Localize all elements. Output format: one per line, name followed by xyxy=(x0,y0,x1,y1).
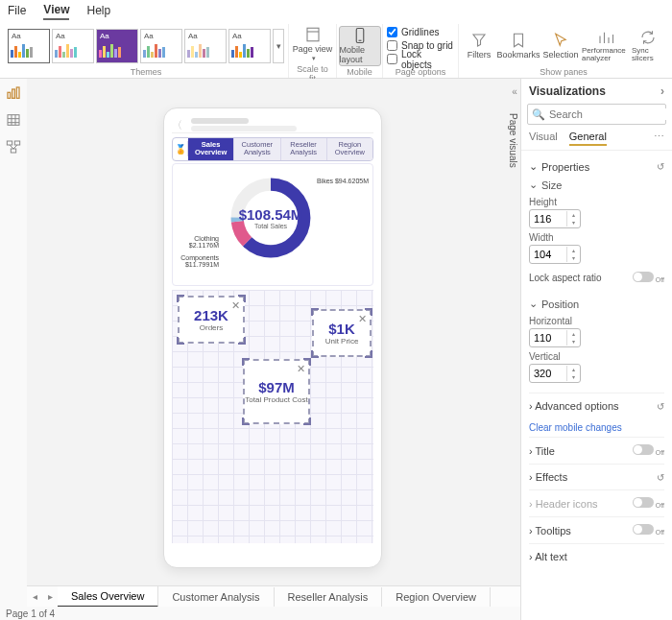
theme-swatch-4[interactable]: Aa xyxy=(140,29,182,63)
selection-button[interactable]: Selection xyxy=(541,26,580,66)
back-icon[interactable]: 〈 xyxy=(172,118,185,131)
page-tab-sales-overview[interactable]: Sales Overview xyxy=(58,586,158,608)
lock-aspect-ratio-toggle[interactable] xyxy=(633,272,654,282)
ribbon: Aa Aa Aa Aa Aa Aa ▾ Themes Page view▾ Sc… xyxy=(0,21,672,79)
chevron-down-icon: ⌄ xyxy=(529,298,538,310)
report-tab-customer-analysis[interactable]: Customer Analysis xyxy=(234,138,280,160)
subtitle-placeholder xyxy=(191,126,297,131)
report-view-icon[interactable] xyxy=(5,84,22,102)
search-input[interactable] xyxy=(549,108,672,120)
page-next-button[interactable]: ▸ xyxy=(42,591,58,602)
total-sales-donut-card[interactable]: $108.54M Total Sales Bikes $94.6205M Clo… xyxy=(172,163,373,286)
pane-tab-general[interactable]: General xyxy=(569,131,607,146)
tooltips-toggle[interactable] xyxy=(633,524,654,535)
position-section[interactable]: ⌄Position xyxy=(529,294,664,312)
size-section[interactable]: ⌄Size xyxy=(529,175,664,193)
spin-down-icon[interactable]: ▾ xyxy=(567,219,580,227)
spin-down-icon[interactable]: ▾ xyxy=(567,338,580,346)
width-input[interactable]: ▴▾ xyxy=(529,245,581,264)
clear-mobile-changes-link[interactable]: Clear mobile changes xyxy=(529,418,622,437)
total-product-cost-card[interactable]: ✕ $97M Total Product Cost xyxy=(243,359,310,424)
vertical-label: Vertical xyxy=(529,351,664,362)
search-icon: 🔍 xyxy=(532,108,545,121)
ribbon-group-mobile-label: Mobile xyxy=(347,67,372,78)
menu-file[interactable]: File xyxy=(8,2,26,19)
page-tab-region-overview[interactable]: Region Overview xyxy=(382,587,491,607)
report-tab-reseller-analysis[interactable]: Reseller Analysis xyxy=(281,138,327,160)
collapse-pane-icon[interactable]: « xyxy=(508,84,521,98)
orders-card[interactable]: ✕ 213K Orders xyxy=(178,296,245,344)
canvas-area[interactable]: 〈 🏅 Sales Overview Customer Analysis Res… xyxy=(27,79,520,585)
lock-objects-checkbox[interactable]: Lock objects xyxy=(387,53,454,66)
spin-up-icon[interactable]: ▴ xyxy=(567,247,580,254)
themes-dropdown[interactable]: ▾ xyxy=(273,29,284,63)
reset-icon[interactable]: ↺ xyxy=(657,472,664,483)
donut-label-bikes: Bikes $94.6205M xyxy=(317,178,369,184)
data-view-icon[interactable] xyxy=(5,111,22,129)
reset-icon[interactable]: ↺ xyxy=(657,401,664,412)
gridlines-checkbox[interactable]: Gridlines xyxy=(387,26,439,39)
chevron-down-icon: ⌄ xyxy=(529,179,538,191)
pane-body: ⌄ Properties ↺ ⌄Size Height ▴▾ Width ▴▾ … xyxy=(521,151,672,620)
mobile-layout-button[interactable]: Mobile layout xyxy=(339,26,381,66)
spin-down-icon[interactable]: ▾ xyxy=(567,254,580,262)
horizontal-label: Horizontal xyxy=(529,316,664,326)
effects-section[interactable]: › Effects ↺ xyxy=(529,464,664,489)
page-prev-button[interactable]: ◂ xyxy=(27,591,42,602)
theme-swatch-5[interactable]: Aa xyxy=(184,29,227,63)
spin-up-icon[interactable]: ▴ xyxy=(567,366,580,373)
donut-label-clothing: Clothing $2.1176M xyxy=(175,235,219,249)
page-tab-reseller-analysis[interactable]: Reseller Analysis xyxy=(275,587,383,607)
total-sales-value: $108.54M xyxy=(239,206,303,223)
performance-analyzer-button[interactable]: Performance analyzer xyxy=(582,26,630,66)
model-view-icon[interactable] xyxy=(5,138,22,155)
alt-text-section[interactable]: › Alt text xyxy=(529,543,664,569)
unit-price-card[interactable]: ✕ $1K Unit Price xyxy=(312,309,372,357)
spin-down-icon[interactable]: ▾ xyxy=(567,373,580,381)
ribbon-group-themes-label: Themes xyxy=(131,67,162,78)
title-section[interactable]: › Title Off xyxy=(529,437,664,464)
page-view-button[interactable]: Page view▾ xyxy=(292,24,334,64)
more-options-icon[interactable]: ⋯ xyxy=(654,131,664,146)
total-sales-label: Total Sales xyxy=(254,223,287,229)
theme-swatch-6[interactable]: Aa xyxy=(228,29,271,63)
vertical-input[interactable]: ▴▾ xyxy=(529,364,581,383)
bookmarks-button[interactable]: Bookmarks xyxy=(497,26,540,66)
expand-pane-icon[interactable]: › xyxy=(660,84,664,98)
visualizations-pane: « Page visuals Visualizations › 🔍 Visual… xyxy=(520,79,672,620)
page-counter: Page 1 of 4 xyxy=(6,608,55,619)
horizontal-input[interactable]: ▴▾ xyxy=(529,328,581,347)
mobile-icon xyxy=(351,27,369,44)
height-input[interactable]: ▴▾ xyxy=(529,209,581,228)
tooltips-section[interactable]: › Tooltips Off xyxy=(529,516,664,543)
close-icon[interactable]: ✕ xyxy=(297,363,305,375)
performance-icon xyxy=(597,29,614,46)
advanced-options-section[interactable]: › Advanced options ↺ xyxy=(529,393,664,418)
report-tab-region-overview[interactable]: Region Overview xyxy=(327,138,372,160)
menu-view[interactable]: View xyxy=(43,1,69,20)
svg-rect-7 xyxy=(8,115,19,126)
spin-up-icon[interactable]: ▴ xyxy=(567,330,580,338)
award-icon: 🏅 xyxy=(173,141,188,156)
page-visuals-tab[interactable]: Page visuals xyxy=(508,113,518,168)
search-box[interactable]: 🔍 xyxy=(527,104,666,125)
properties-section[interactable]: ⌄ Properties ↺ xyxy=(529,155,664,175)
close-icon[interactable]: ✕ xyxy=(231,299,240,312)
theme-swatch-1[interactable]: Aa xyxy=(8,29,50,63)
title-toggle[interactable] xyxy=(633,444,654,455)
report-tabs: 🏅 Sales Overview Customer Analysis Resel… xyxy=(172,137,373,161)
filters-button[interactable]: Filters xyxy=(463,26,495,66)
left-view-rail xyxy=(0,79,27,155)
mobile-grid[interactable]: ✕ 213K Orders ✕ $1K Unit Price ✕ $97M To… xyxy=(172,290,373,543)
pane-tab-visual[interactable]: Visual xyxy=(529,131,558,146)
ribbon-group-show-panes-label: Show panes xyxy=(540,67,588,78)
theme-swatch-3[interactable]: Aa xyxy=(96,29,138,63)
spin-up-icon[interactable]: ▴ xyxy=(567,211,580,219)
menu-help[interactable]: Help xyxy=(86,2,110,19)
close-icon[interactable]: ✕ xyxy=(358,313,367,325)
reset-icon[interactable]: ↺ xyxy=(657,161,664,172)
page-tab-customer-analysis[interactable]: Customer Analysis xyxy=(158,587,274,607)
sync-slicers-button[interactable]: Sync slicers xyxy=(632,26,664,66)
report-tab-sales-overview[interactable]: Sales Overview xyxy=(188,138,234,160)
theme-swatch-2[interactable]: Aa xyxy=(52,29,94,63)
